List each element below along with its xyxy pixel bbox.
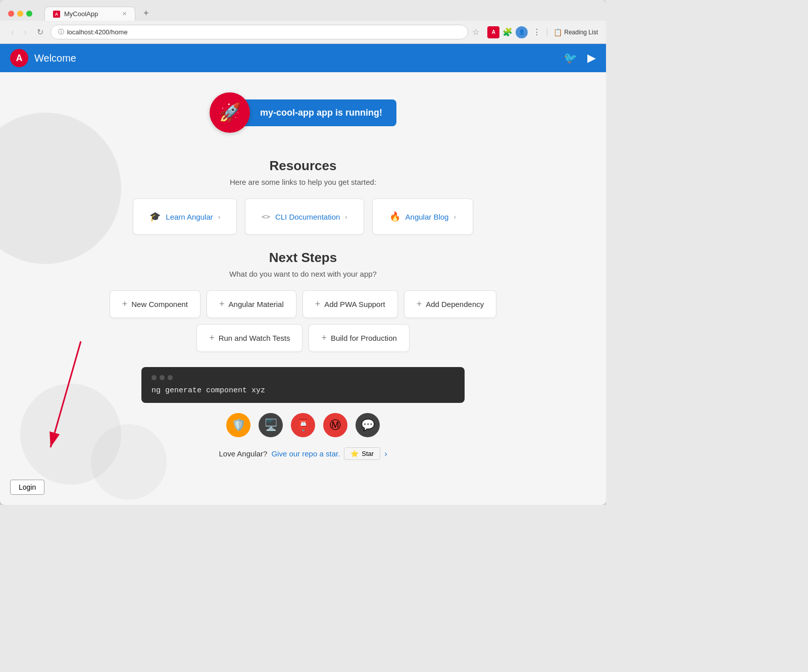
browser-frame: A MyCoolApp ✕ + ‹ › ↻ ⓘ localhost:4200/h… — [0, 0, 606, 505]
github-star-button[interactable]: ⭐ Star — [344, 447, 380, 460]
resources-title: Resources — [101, 158, 505, 174]
terminal-dot-1 — [152, 375, 157, 380]
login-button[interactable]: Login — [10, 480, 44, 495]
learn-icon: 🎓 — [149, 211, 161, 222]
bookmark-button[interactable]: ☆ — [472, 27, 479, 37]
active-tab[interactable]: A MyCoolApp ✕ — [44, 7, 135, 21]
star-label: Star — [362, 450, 374, 457]
star-icon: ⭐ — [350, 450, 359, 457]
add-dependency-label: Add Dependency — [426, 300, 484, 308]
learn-angular-card[interactable]: 🎓 Learn Angular › — [133, 198, 237, 235]
profile-avatar[interactable]: 👤 — [516, 26, 528, 38]
cli-arrow: › — [345, 213, 347, 221]
angular-navbar: A Welcome 🐦 ▶ — [0, 44, 606, 72]
rocket-icon: 🚀 — [210, 92, 250, 133]
angular-extension-icon[interactable]: A — [487, 26, 499, 38]
terminal-dot-2 — [160, 375, 165, 380]
arrow-svg — [30, 336, 131, 462]
browser-toolbar: ‹ › ↻ ⓘ localhost:4200/home ☆ A 🧩 👤 ⋮ 📋 … — [0, 21, 606, 44]
plus-icon-6: + — [321, 333, 327, 343]
cli-doc-card[interactable]: <> CLI Documentation › — [245, 198, 364, 235]
learn-angular-text: Learn Angular — [166, 213, 213, 221]
app-title: Welcome — [34, 53, 76, 64]
browser-menu-button[interactable]: ⋮ — [531, 27, 543, 37]
lock-icon: ⓘ — [58, 28, 64, 36]
reading-list-icon: 📋 — [553, 28, 562, 36]
terminal-command: ng generate component xyz — [152, 386, 454, 395]
add-dependency-card[interactable]: + Add Dependency — [404, 290, 497, 318]
add-pwa-label: Add PWA Support — [324, 300, 385, 308]
angular-letter: A — [16, 53, 23, 64]
minimize-button[interactable] — [17, 11, 23, 17]
refresh-button[interactable]: ↻ — [34, 25, 46, 39]
discord-icon[interactable]: 💬 — [356, 413, 380, 437]
run-tests-label: Run and Watch Tests — [219, 334, 290, 342]
new-tab-button[interactable]: + — [139, 6, 153, 21]
youtube-button[interactable]: ▶ — [587, 51, 596, 65]
reading-list[interactable]: 📋 Reading List — [547, 28, 598, 36]
angular-logo-icon: A — [10, 49, 28, 67]
resources-section: Resources Here are some links to help yo… — [101, 158, 505, 235]
back-button[interactable]: ‹ — [8, 26, 17, 39]
url-text: localhost:4200/home — [67, 28, 461, 36]
plus-icon-3: + — [315, 299, 321, 309]
plus-icon-2: + — [219, 299, 225, 309]
title-bar: A MyCoolApp ✕ + — [0, 0, 606, 21]
love-angular-text: Love Angular? — [219, 449, 268, 458]
arrow-annotation — [30, 336, 131, 464]
new-component-card[interactable]: + New Component — [110, 290, 200, 318]
maximize-button[interactable] — [26, 11, 32, 17]
hero-text-banner: my-cool-app app is running! — [240, 99, 396, 126]
resource-cards: 🎓 Learn Angular › <> CLI Documentation ›… — [101, 198, 505, 235]
address-bar[interactable]: ⓘ localhost:4200/home — [50, 25, 469, 39]
youtube-icon: ▶ — [587, 51, 596, 64]
build-production-label: Build for Production — [331, 334, 397, 342]
terminal-dots — [152, 375, 454, 380]
angular-material-card[interactable]: + Angular Material — [207, 290, 296, 318]
star-next-button[interactable]: › — [384, 449, 387, 458]
nx-icon[interactable]: 📮 — [291, 413, 315, 437]
run-tests-card[interactable]: + Run and Watch Tests — [196, 324, 302, 352]
tab-favicon: A — [53, 11, 60, 18]
login-area: Login — [10, 480, 44, 495]
learn-arrow: › — [218, 213, 220, 221]
navbar-icons: 🐦 ▶ — [564, 51, 596, 65]
new-component-label: New Component — [131, 300, 188, 308]
hero-banner: 🚀 my-cool-app app is running! — [210, 92, 396, 133]
build-production-card[interactable]: + Build for Production — [309, 324, 409, 352]
blog-arrow: › — [453, 213, 456, 221]
extensions-button[interactable]: 🧩 — [502, 27, 513, 37]
twitter-icon: 🐦 — [564, 51, 577, 64]
hero-section: 🚀 my-cool-app app is running! — [0, 72, 606, 143]
plus-icon-4: + — [417, 299, 422, 309]
tab-bar: A MyCoolApp ✕ + — [44, 6, 153, 21]
tab-close-button[interactable]: ✕ — [122, 11, 127, 17]
next-steps-section: Next Steps What do you want to do next w… — [101, 250, 505, 352]
app-content: A Welcome 🐦 ▶ — [0, 44, 606, 505]
meetup-icon[interactable]: Ⓜ — [323, 413, 347, 437]
angular-material-label: Angular Material — [229, 300, 284, 308]
angular-blog-card[interactable]: 🔥 Angular Blog › — [372, 198, 473, 235]
twitter-button[interactable]: 🐦 — [564, 51, 577, 65]
terminal-block: ng generate component xyz — [141, 367, 465, 403]
action-cards-container: + New Component + Angular Material + Add… — [101, 290, 505, 318]
stackblitz-icon[interactable]: 🖥️ — [259, 413, 283, 437]
angular-logo: A Welcome — [10, 49, 76, 67]
close-button[interactable] — [8, 11, 14, 17]
rocket-emoji: 🚀 — [219, 102, 241, 123]
ngrx-icon[interactable]: 🛡️ — [226, 413, 250, 437]
give-star-link[interactable]: Give our repo a star. — [271, 449, 340, 458]
reading-list-label: Reading List — [564, 29, 598, 36]
star-section: Love Angular? Give our repo a star. ⭐ St… — [0, 447, 606, 460]
tab-favicon-text: A — [55, 12, 59, 17]
plus-icon: + — [122, 299, 128, 309]
next-steps-title: Next Steps — [101, 250, 505, 266]
traffic-lights — [8, 11, 32, 17]
next-steps-subtitle: What do you want to do next with your ap… — [101, 270, 505, 278]
tab-title: MyCoolApp — [64, 10, 118, 18]
forward-button[interactable]: › — [21, 26, 29, 39]
add-pwa-card[interactable]: + Add PWA Support — [302, 290, 398, 318]
action-cards-row2: + Run and Watch Tests + Build for Produc… — [101, 324, 505, 352]
cli-doc-text: CLI Documentation — [275, 213, 340, 221]
hero-banner-text: my-cool-app app is running! — [260, 108, 382, 118]
